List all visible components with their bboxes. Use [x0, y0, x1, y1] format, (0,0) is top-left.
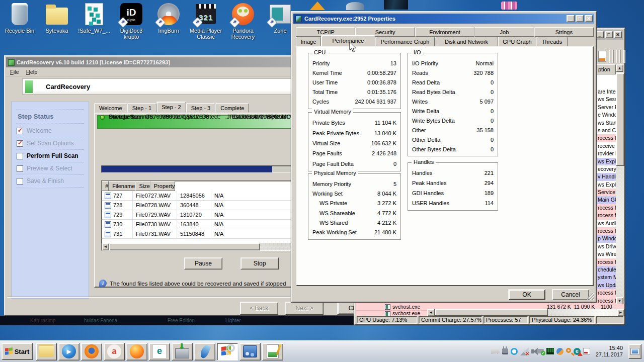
dialog-tab[interactable]: Performance Graph [375, 37, 435, 46]
notepad-editor-icon[interactable] [262, 343, 283, 360]
cardrecovery-tab[interactable]: Complete [215, 103, 249, 113]
show-desktop-button[interactable] [628, 344, 641, 359]
desktop-icon[interactable]: DigiDoc3 krüpto [113, 2, 150, 40]
dialog-tab[interactable]: Threads [536, 37, 568, 46]
dialog-tab[interactable]: Image [296, 37, 321, 46]
desktop-icon[interactable]: Sytevaka [38, 2, 75, 40]
checkbox-icon[interactable] [17, 128, 23, 134]
firefox-icon[interactable] [126, 343, 147, 360]
desktop-icon[interactable]: ImgBurn [150, 2, 187, 40]
partial-orange-icon[interactable] [310, 2, 325, 10]
cardrecovery-tab[interactable]: Step - 1 [127, 103, 157, 113]
power-plug-icon[interactable] [502, 348, 508, 354]
cardrecovery-tab[interactable]: Welcome [94, 103, 127, 113]
action-center-icon[interactable] [491, 347, 500, 355]
ok-button[interactable]: OK [508, 289, 545, 300]
scrollbar-thumb[interactable] [435, 309, 548, 316]
volume-icon[interactable] [531, 349, 534, 353]
partial-dark-icon[interactable] [384, 0, 408, 10]
cardrecovery-icon[interactable] [172, 343, 193, 360]
step-status-label: Perform Full Scan [27, 152, 78, 159]
checkbox-icon[interactable] [17, 140, 23, 147]
checkbox-icon[interactable] [17, 165, 23, 172]
pause-button[interactable]: Pause [184, 257, 222, 269]
process-list-vertical-scrollbar[interactable]: ▲ ▼ [616, 64, 624, 305]
blue-ring-icon[interactable] [511, 348, 518, 355]
blue-feather-icon[interactable] [194, 343, 215, 360]
eset-alert-icon[interactable] [574, 348, 581, 355]
next-button[interactable]: Next > [285, 302, 324, 315]
dialog-app-icon [295, 16, 302, 22]
step-status-panel: Step Status Welcome Set Scan Options [11, 102, 89, 299]
red-box-icon[interactable] [583, 348, 590, 354]
toolbar-button-icon[interactable] [598, 51, 606, 62]
menu-item[interactable]: Help [26, 69, 38, 75]
stat-row: Peak Working Set21 480 K [312, 229, 396, 235]
maximize-icon[interactable]: □ [605, 31, 613, 38]
desktop-icon[interactable]: Media Player Classic [187, 2, 224, 40]
search-magnifier-icon[interactable] [566, 348, 571, 353]
scan-info-note: The found files listed above could be re… [99, 280, 286, 287]
cardrecovery-tab[interactable]: Step - 2 [156, 102, 186, 113]
cardrecovery-tab[interactable]: Step - 3 [186, 103, 216, 113]
desktop-icon[interactable]: Recycle Bin [1, 2, 38, 40]
close-icon[interactable]: ✕ [614, 31, 622, 38]
process-row[interactable]: svchost.exe [356, 310, 427, 316]
partial-swoosh-icon[interactable] [346, 2, 364, 10]
menu-item[interactable]: File [10, 69, 19, 75]
dialog-title-text: CardRecovery.exe:2952 Properties [304, 16, 395, 22]
status-panel: Commit Charge: 27.57% [419, 316, 482, 324]
mouse-cursor [349, 42, 356, 53]
computer-management-icon[interactable] [239, 343, 261, 360]
desktop-icon[interactable]: Pandora Recovery [224, 2, 262, 40]
stop-button[interactable]: Stop [240, 257, 279, 269]
scrollbar-thumb[interactable] [109, 243, 260, 250]
desktop-icon-label: Media Player Classic [187, 28, 224, 40]
scroll-right-arrow-icon[interactable]: ► [617, 309, 624, 316]
windows-explorer-icon[interactable] [36, 343, 57, 360]
scrollbar-thumb[interactable] [616, 73, 624, 166]
stat-value: 294 [485, 180, 494, 186]
firefox-old-icon[interactable] [81, 343, 102, 360]
maximize-icon[interactable]: □ [576, 15, 584, 22]
dialog-titlebar[interactable]: CardRecovery.exe:2952 Properties _ □ ✕ [293, 14, 594, 24]
table-header-cell[interactable]: Filename [109, 181, 135, 191]
cancel-button[interactable]: Cancel [552, 289, 589, 300]
scroll-left-arrow-icon[interactable]: ◄ [427, 309, 435, 316]
dialog-tab[interactable]: GPU Graph [498, 37, 536, 46]
clock[interactable]: 15:40 27.11.2017 [593, 345, 626, 358]
dialog-tab[interactable]: Disk and Network [435, 37, 498, 46]
process-list-horizontal-scrollbar[interactable]: ◄ ► [427, 309, 624, 316]
dialog-tab[interactable]: Job [474, 27, 534, 37]
scroll-left-arrow-icon[interactable]: ◄ [102, 243, 109, 250]
stat-value: 0 [491, 108, 494, 114]
svchost-icon [385, 311, 390, 316]
desktop-icon[interactable]: !Safe_W7_... [75, 2, 113, 40]
start-button[interactable]: Start [2, 343, 33, 360]
checkbox-icon[interactable] [17, 153, 23, 159]
close-icon[interactable]: ✕ [585, 15, 593, 22]
back-button[interactable]: < Back [240, 302, 278, 315]
desktop-icon-image [45, 2, 69, 26]
table-header-cell[interactable]: Size [135, 181, 150, 191]
process-explorer-icon[interactable] [217, 343, 238, 360]
media-player-icon[interactable] [58, 343, 79, 360]
dialog-tab[interactable]: Strings [534, 27, 594, 37]
partial-pink-icon[interactable] [501, 2, 517, 10]
table-header-cell[interactable]: # [102, 181, 109, 191]
scroll-up-arrow-icon[interactable]: ▲ [616, 64, 623, 72]
red-a-app-icon[interactable] [104, 343, 125, 360]
usb-safely-remove-icon[interactable] [537, 349, 544, 353]
table-header-cell[interactable]: Property [150, 181, 176, 191]
eset-icon[interactable] [149, 343, 170, 360]
desktop-icon-image [119, 2, 143, 26]
dialog-tab[interactable]: Environment [415, 27, 474, 37]
checkbox-icon[interactable] [17, 178, 23, 185]
minimize-icon[interactable]: _ [567, 15, 575, 22]
minimize-icon[interactable]: _ [596, 31, 604, 38]
network-activity-icon[interactable] [546, 348, 554, 354]
dialog-tab[interactable]: Performance [321, 35, 375, 46]
resize-grip[interactable] [587, 293, 594, 300]
network-error-icon[interactable] [520, 347, 529, 355]
language-orb-icon[interactable] [556, 348, 564, 355]
